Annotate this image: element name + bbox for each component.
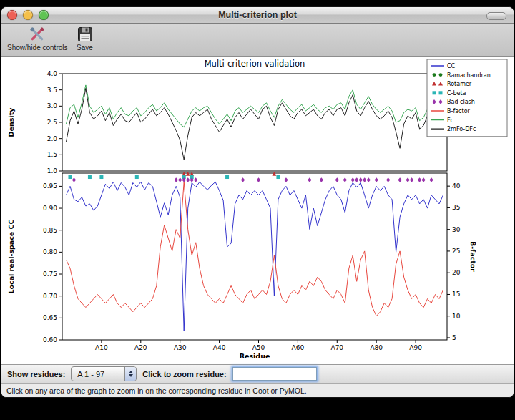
svg-text:A80: A80: [370, 344, 383, 351]
controls-icon: [28, 26, 46, 43]
svg-text:35: 35: [452, 204, 460, 211]
svg-text:B-factor: B-factor: [447, 108, 471, 114]
window: Multi-criterion plot Show/hide controls: [1, 6, 514, 398]
svg-text:Ramachandran: Ramachandran: [447, 72, 491, 79]
combo-stepper[interactable]: [124, 367, 136, 381]
status-text: Click on any area of the graph to zoom i…: [6, 386, 307, 395]
toolbar: Show/hide controls Save: [1, 24, 514, 57]
svg-text:A50: A50: [252, 344, 265, 351]
svg-text:0.80: 0.80: [43, 248, 57, 255]
svg-text:C-beta: C-beta: [447, 90, 466, 97]
show-hide-controls-button[interactable]: Show/hide controls: [7, 26, 68, 52]
show-residues-label: Show residues:: [7, 370, 65, 379]
status-bar: Click on any area of the graph to zoom i…: [1, 383, 514, 397]
svg-text:2.5: 2.5: [47, 119, 57, 126]
svg-text:30: 30: [452, 226, 461, 233]
svg-text:25: 25: [452, 248, 460, 255]
svg-text:4.0: 4.0: [47, 70, 58, 77]
chevron-down-icon: [129, 374, 133, 377]
svg-text:A40: A40: [213, 344, 226, 351]
svg-text:A60: A60: [292, 344, 305, 351]
svg-text:Rotamer: Rotamer: [447, 81, 472, 87]
svg-text:CC: CC: [447, 63, 456, 69]
svg-text:3.0: 3.0: [47, 102, 58, 109]
svg-text:B-factor: B-factor: [469, 241, 477, 272]
svg-text:A20: A20: [134, 344, 147, 351]
svg-text:A30: A30: [174, 344, 187, 351]
titlebar[interactable]: Multi-criterion plot: [1, 7, 514, 24]
save-button[interactable]: Save: [77, 26, 94, 52]
svg-text:40: 40: [452, 182, 461, 190]
svg-text:0.60: 0.60: [43, 336, 57, 343]
svg-text:0.65: 0.65: [43, 314, 57, 321]
svg-text:A70: A70: [330, 344, 343, 351]
svg-text:Density: Density: [7, 107, 15, 137]
svg-text:A90: A90: [409, 344, 422, 351]
svg-text:Bad clash: Bad clash: [447, 99, 475, 105]
save-icon: [77, 26, 94, 43]
svg-text:Local real-space CC: Local real-space CC: [7, 219, 15, 293]
svg-text:0.75: 0.75: [43, 270, 57, 278]
svg-text:2.0: 2.0: [47, 135, 58, 142]
chevron-up-icon: [129, 371, 133, 373]
svg-text:Residue: Residue: [240, 352, 270, 360]
svg-text:0.95: 0.95: [43, 182, 57, 190]
svg-text:Fc: Fc: [447, 117, 453, 124]
svg-text:2mFo-DFc: 2mFo-DFc: [447, 126, 476, 132]
zoom-residue-label: Click to zoom residue:: [142, 370, 226, 379]
controls-bar: Show residues: A 1 - 97 Click to zoom re…: [1, 364, 514, 383]
svg-text:0.70: 0.70: [43, 293, 57, 300]
zoom-residue-input[interactable]: [232, 367, 317, 381]
svg-text:10: 10: [452, 313, 461, 320]
svg-text:1.0: 1.0: [47, 167, 58, 175]
svg-text:3.5: 3.5: [47, 87, 57, 94]
residue-range-select[interactable]: A 1 - 97: [71, 366, 137, 381]
svg-text:5: 5: [452, 334, 456, 341]
plot-canvas[interactable]: Multi-criterion validation1.01.52.02.53.…: [1, 57, 514, 364]
svg-text:1.5: 1.5: [47, 151, 57, 158]
svg-text:Multi-criterion validation: Multi-criterion validation: [205, 59, 305, 69]
show-hide-controls-label: Show/hide controls: [7, 44, 68, 52]
svg-text:0.85: 0.85: [43, 227, 57, 234]
svg-text:A10: A10: [95, 344, 108, 351]
window-title: Multi-criterion plot: [1, 10, 514, 20]
svg-text:20: 20: [452, 269, 461, 276]
save-label: Save: [77, 44, 93, 52]
svg-text:0.90: 0.90: [43, 205, 57, 212]
multi-criterion-plot[interactable]: Multi-criterion validation1.01.52.02.53.…: [2, 57, 513, 363]
residue-range-value: A 1 - 97: [72, 370, 124, 379]
toolbar-toggle-button[interactable]: [486, 12, 506, 20]
svg-text:15: 15: [452, 290, 460, 298]
